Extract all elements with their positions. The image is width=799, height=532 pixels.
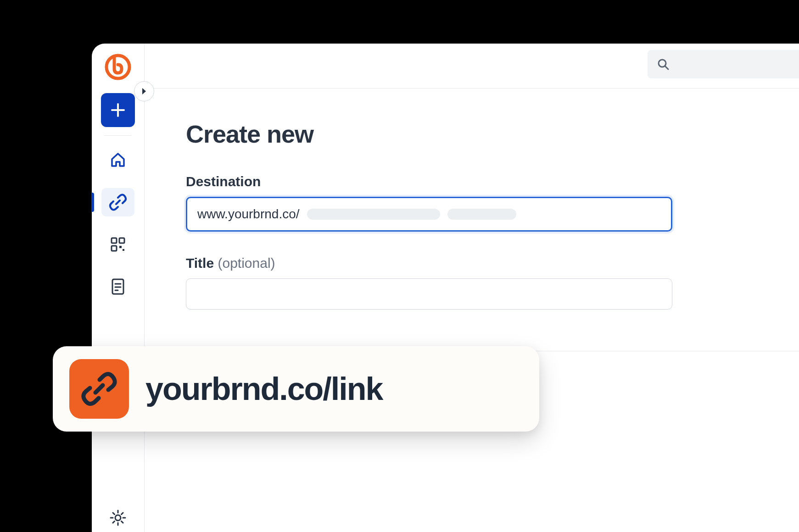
content-area: Create new Destination www.yourbrnd.co/ … <box>145 89 799 532</box>
brand-logo[interactable] <box>105 54 131 80</box>
link-icon <box>81 371 117 407</box>
link-icon <box>109 193 127 211</box>
page-icon <box>111 278 125 295</box>
qr-code-icon <box>110 237 126 252</box>
svg-rect-4 <box>119 246 122 248</box>
svg-rect-5 <box>123 249 124 251</box>
sidebar-item-page[interactable] <box>101 272 134 301</box>
page-title: Create new <box>186 120 758 148</box>
sidebar-expand-toggle[interactable] <box>134 81 154 101</box>
plus-icon <box>110 102 126 118</box>
destination-input[interactable]: www.yourbrnd.co/ <box>186 197 672 232</box>
svg-point-10 <box>115 515 121 521</box>
app-window: Create new Destination www.yourbrnd.co/ … <box>92 44 799 532</box>
sidebar-item-home[interactable] <box>101 146 134 174</box>
short-link-text: yourbrnd.co/link <box>145 371 382 407</box>
svg-rect-3 <box>112 246 117 251</box>
create-new-button[interactable] <box>101 93 135 127</box>
main-content: Create new Destination www.yourbrnd.co/ … <box>145 44 799 532</box>
placeholder-skeleton <box>307 209 440 220</box>
svg-rect-1 <box>112 238 117 243</box>
title-label: Title (optional) <box>186 255 758 271</box>
svg-rect-2 <box>119 238 124 243</box>
sidebar <box>92 44 145 532</box>
home-icon <box>110 152 126 168</box>
gear-icon <box>109 509 127 526</box>
svg-point-0 <box>106 55 129 78</box>
search-input[interactable] <box>648 50 799 78</box>
sidebar-item-qr[interactable] <box>101 230 134 259</box>
topbar <box>145 44 799 89</box>
svg-line-12 <box>665 66 668 69</box>
search-icon <box>657 58 670 71</box>
title-input[interactable] <box>186 278 672 310</box>
sidebar-item-settings[interactable] <box>101 504 134 532</box>
sidebar-item-links[interactable] <box>101 188 134 216</box>
divider <box>104 135 132 136</box>
chevron-right-icon <box>141 88 147 95</box>
short-link-preview-card: yourbrnd.co/link <box>53 346 539 432</box>
destination-label: Destination <box>186 174 758 189</box>
destination-value: www.yourbrnd.co/ <box>197 207 300 222</box>
link-icon-badge <box>69 359 129 419</box>
placeholder-skeleton <box>447 209 516 220</box>
